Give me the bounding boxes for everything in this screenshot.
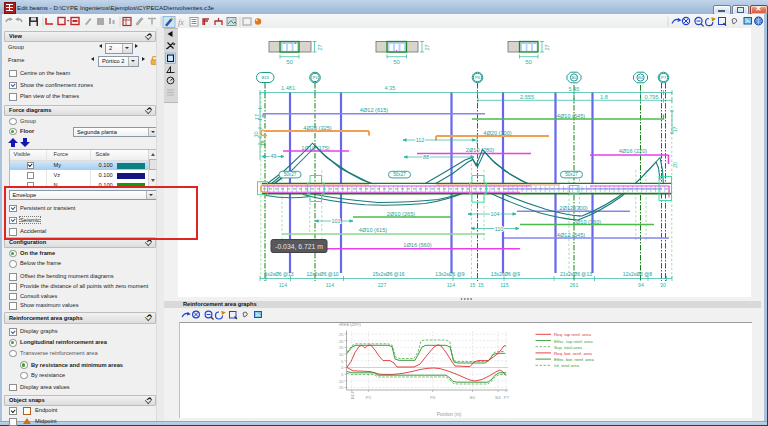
svg-text:B4: B4 <box>638 75 644 80</box>
svg-text:2.555: 2.555 <box>520 94 534 100</box>
svg-text:2Ø10 (265): 2Ø10 (265) <box>387 211 415 217</box>
svg-text:261: 261 <box>570 282 579 288</box>
svg-text:112: 112 <box>416 137 425 143</box>
svg-text:Effec. bot. reinf. area: Effec. bot. reinf. area <box>554 357 594 362</box>
svg-text:4.35: 4.35 <box>385 85 396 91</box>
svg-text:21x2sØ6 @13: 21x2sØ6 @13 <box>560 271 592 277</box>
svg-text:15: 15 <box>470 282 476 288</box>
svg-text:115: 115 <box>500 282 508 288</box>
svg-text:P6: P6 <box>475 75 481 80</box>
svg-text:0: 0 <box>341 365 344 370</box>
svg-text:4Ø20 (325): 4Ø20 (325) <box>303 125 331 131</box>
svg-text:20: 20 <box>672 162 678 168</box>
svg-text:P7: P7 <box>661 75 667 80</box>
svg-text:P7: P7 <box>504 395 510 400</box>
svg-text:P5: P5 <box>312 75 318 80</box>
svg-text:20: 20 <box>339 339 344 344</box>
svg-text:17: 17 <box>672 126 678 132</box>
svg-text:30: 30 <box>660 282 666 288</box>
svg-text:Inf. total area: Inf. total area <box>554 363 580 368</box>
svg-text:2Ø12 (300): 2Ø12 (300) <box>559 205 587 211</box>
svg-text:P6: P6 <box>430 395 436 400</box>
svg-text:114: 114 <box>279 282 287 288</box>
svg-text:B0: B0 <box>470 395 476 400</box>
svg-text:Effec. top reinf. area: Effec. top reinf. area <box>554 339 593 344</box>
svg-text:P5: P5 <box>366 395 372 400</box>
svg-text:49: 49 <box>271 153 277 159</box>
svg-text:4Ø10 (545): 4Ø10 (545) <box>557 113 585 119</box>
svg-text:B0: B0 <box>571 75 577 80</box>
svg-text:Position (m): Position (m) <box>437 412 462 417</box>
svg-text:104: 104 <box>491 211 500 217</box>
svg-text:25: 25 <box>339 332 344 337</box>
svg-text:Sup. total area: Sup. total area <box>554 345 583 350</box>
svg-text:10: 10 <box>253 131 259 137</box>
svg-text:101: 101 <box>332 218 341 224</box>
svg-text:50x27: 50x27 <box>393 172 406 177</box>
svg-text:27: 27 <box>424 44 430 50</box>
svg-text:9x2sØ6 @13: 9x2sØ6 @13 <box>264 271 293 277</box>
svg-text:27: 27 <box>317 44 323 50</box>
svg-text:5: 5 <box>341 372 344 377</box>
svg-text:27: 27 <box>544 44 550 50</box>
svg-text:15: 15 <box>339 385 344 390</box>
svg-text:17: 17 <box>254 114 260 120</box>
svg-text:1Ø10 (175): 1Ø10 (175) <box>301 145 329 151</box>
svg-text:12x2sØ6 @10: 12x2sØ6 @10 <box>306 271 338 277</box>
svg-text:0.795: 0.795 <box>645 94 659 100</box>
svg-text:4Ø10 (615): 4Ø10 (615) <box>359 227 387 233</box>
svg-text:94: 94 <box>638 282 644 288</box>
svg-text:50: 50 <box>286 59 293 65</box>
svg-text:114: 114 <box>447 282 455 288</box>
svg-text:B4: B4 <box>495 395 501 400</box>
svg-text:18: 18 <box>260 140 266 146</box>
svg-text:50x27: 50x27 <box>284 172 297 177</box>
svg-text:4Ø20 (300): 4Ø20 (300) <box>483 130 511 136</box>
svg-text:-0.034, 6.721 m: -0.034, 6.721 m <box>275 243 323 250</box>
svg-text:110: 110 <box>495 226 504 232</box>
svg-text:50x27: 50x27 <box>565 172 578 177</box>
svg-text:13x2sØ6 @9: 13x2sØ6 @9 <box>435 271 464 277</box>
svg-text:50: 50 <box>393 59 400 65</box>
svg-text:4Ø16 (220): 4Ø16 (220) <box>619 148 647 154</box>
svg-text:50: 50 <box>525 59 532 65</box>
svg-text:12x2sØ6 @8: 12x2sØ6 @8 <box>623 271 652 277</box>
svg-text:1Ø16 (560): 1Ø16 (560) <box>403 242 431 248</box>
svg-text:2Ø10 (360): 2Ø10 (360) <box>573 219 601 225</box>
svg-text:88: 88 <box>423 154 429 160</box>
svg-text:15: 15 <box>339 345 344 350</box>
svg-text:114: 114 <box>326 282 334 288</box>
svg-text:fx: fx <box>178 18 184 27</box>
svg-text:227: 227 <box>378 282 387 288</box>
svg-text:Req. bot. reinf. area: Req. bot. reinf. area <box>554 351 593 356</box>
svg-text:4Ø12 (615): 4Ø12 (615) <box>360 107 388 113</box>
svg-text:13x2sØ6 @9: 13x2sØ6 @9 <box>491 271 520 277</box>
svg-text:5.45: 5.45 <box>569 86 580 92</box>
svg-text:15: 15 <box>478 282 484 288</box>
svg-text:1.481: 1.481 <box>281 85 295 91</box>
svg-text:4Ø12 (545): 4Ø12 (545) <box>557 232 585 238</box>
svg-text:5: 5 <box>341 359 344 364</box>
svg-text:B13: B13 <box>261 75 269 80</box>
svg-text:10: 10 <box>339 379 344 384</box>
svg-text:2Ø10 (280): 2Ø10 (280) <box>466 147 494 153</box>
svg-text:Req. top reinf. area: Req. top reinf. area <box>554 332 591 337</box>
svg-text:B13: B13 <box>350 391 355 399</box>
svg-text:Area (cm²): Area (cm²) <box>339 322 361 327</box>
svg-text:1.8: 1.8 <box>600 94 608 100</box>
svg-text:15x2sØ6 @16: 15x2sØ6 @16 <box>372 271 404 277</box>
svg-text:10: 10 <box>339 352 344 357</box>
